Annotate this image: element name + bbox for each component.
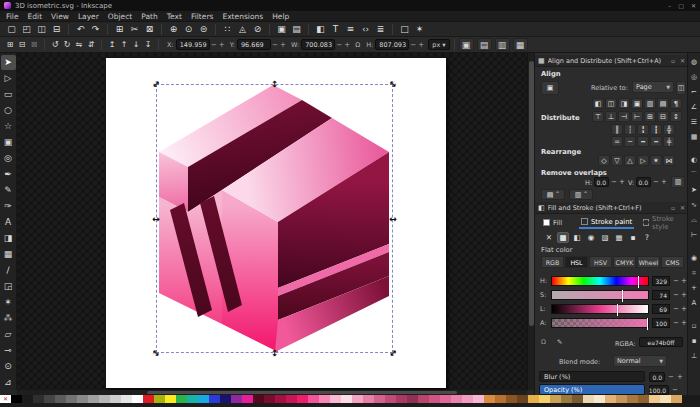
palette-swatch[interactable] [396,395,407,403]
slider-bar-s[interactable] [551,290,649,300]
h-plus-button[interactable]: + [417,41,425,49]
distribute-horizontal-button-2[interactable]: ┆ [624,124,636,135]
menu-extensions[interactable]: Extensions [222,12,263,21]
fill-stroke-dialog-icon[interactable]: ◧ [313,23,328,36]
palette-swatch[interactable] [286,395,297,403]
node-tool[interactable]: ▷ [1,71,16,86]
text-dialog-icon[interactable]: T [328,23,343,36]
palette-swatch[interactable] [165,395,176,403]
slider-handle-s[interactable] [622,290,623,302]
snap-option-icon-11[interactable]: ⌓ [689,214,700,225]
menu-edit[interactable]: Edit [28,12,43,21]
pencil-tool[interactable]: ✎ [1,183,16,198]
align-horizontal-button-2[interactable]: ◫ [605,98,617,109]
align-vertical-button-5[interactable]: ⊞ [644,111,656,122]
palette-swatch[interactable] [528,395,539,403]
palette-swatch[interactable] [440,395,451,403]
gradient-tool[interactable]: ◨ [1,230,16,245]
colorspace-tab-wheel[interactable]: Wheel [637,256,660,268]
snap-option-icon-6[interactable]: ▦ [689,131,700,142]
slider-minus-button[interactable]: − [672,304,680,314]
unlink-clone-icon[interactable]: ⊘ [250,23,265,36]
palette-swatch[interactable] [44,395,55,403]
minimize-button[interactable]: – [668,2,671,9]
palette-swatch[interactable] [33,395,44,403]
menu-filters[interactable]: Filters [191,12,213,21]
move-as-group-button[interactable]: ◫ [676,81,686,95]
palette-swatch[interactable] [110,395,121,403]
pattern-button[interactable]: ▨ [599,232,611,243]
scale-stroke-toggle[interactable]: ▣ [459,38,474,51]
tab-stroke-paint[interactable]: Stroke paint [579,216,634,229]
palette-swatch[interactable] [264,395,275,403]
palette-swatch[interactable] [209,395,220,403]
opacity-slider[interactable]: Opacity (%) [539,384,645,395]
zoom-selection-icon[interactable]: ⊙ [181,23,196,36]
colorspace-tab-hsl[interactable]: HSL [565,256,588,268]
relative-to-dropdown[interactable]: Page▼ [632,81,674,93]
palette-swatch[interactable] [429,395,440,403]
menu-view[interactable]: View [51,12,69,21]
fill-stroke-close-icon[interactable]: ✕ [680,204,685,211]
slider-minus-button[interactable]: − [672,318,680,328]
menu-help[interactable]: Help [272,12,289,21]
h-minus-button[interactable]: − [409,41,417,49]
palette-swatch[interactable] [220,395,231,403]
opacity-field[interactable]: 100.0 [649,385,669,395]
slider-value-a[interactable]: 100 [652,318,670,328]
distribute-vertical-button-2[interactable]: ┄ [624,136,636,147]
opacity-minus-button[interactable]: − [671,385,679,395]
palette-swatch[interactable] [418,395,429,403]
tab-stroke-style[interactable]: Stroke style [641,216,687,229]
palette-swatch[interactable] [451,395,462,403]
slider-bar-h[interactable] [551,276,649,286]
xml-editor-icon[interactable]: ‹› [358,23,373,36]
align-horizontal-button-7[interactable]: ¶ [670,98,682,109]
rearrange-button-5[interactable]: ✶ [650,155,662,166]
ellipse-tool[interactable]: ○ [1,103,16,118]
palette-swatch[interactable] [55,395,66,403]
zoom-page-icon[interactable]: ⊜ [196,23,211,36]
palette-swatch[interactable] [660,395,671,403]
pen-tool[interactable]: ✒ [1,167,16,182]
overlap-v-minus-button[interactable]: − [652,177,660,187]
handle-left-mid[interactable]: ↔ [151,215,161,223]
print-icon[interactable]: ⊟ [49,23,64,36]
align-mode-button-1[interactable]: ▤ ˄ [541,189,565,200]
handle-right-mid[interactable]: ↔ [388,215,398,223]
palette-swatch[interactable] [143,395,154,403]
snap-option-icon-10[interactable]: ∿ [689,199,700,210]
snap-option-icon-2[interactable]: ◎ [689,71,700,82]
eraser-tool[interactable]: ▱ [1,326,16,341]
redo-icon[interactable]: ↷ [88,23,103,36]
blur-minus-button[interactable]: − [667,372,675,382]
palette-swatch[interactable] [99,395,110,403]
snap-option-icon-4[interactable]: ∠ [689,101,700,112]
snap-option-icon-15[interactable]: + [689,282,700,293]
palette-swatch[interactable] [550,395,561,403]
rectangle-tool[interactable]: ▭ [1,87,16,102]
blur-field[interactable]: 0.0 [649,372,665,382]
palette-swatch[interactable] [11,395,22,403]
slider-minus-button[interactable]: − [672,276,680,286]
star-tool[interactable]: ☆ [1,119,16,134]
snap-option-icon-16[interactable]: A [689,297,700,308]
ungroup-icon[interactable]: ▤ [289,23,304,36]
palette-swatch[interactable] [297,395,308,403]
palette-swatch[interactable] [22,395,33,403]
overlap-h-plus-button[interactable]: + [618,177,626,187]
w-plus-button[interactable]: + [343,41,351,49]
rgba-field[interactable]: ea74b0ff [639,337,683,347]
handle-top-mid[interactable]: ↔ [271,79,279,89]
rearrange-button-3[interactable]: △ [624,155,636,166]
save-icon[interactable]: ◫ [34,23,49,36]
distribute-vertical-button-5[interactable]: ╪ [663,136,675,147]
lock-icon[interactable]: Ω [541,338,546,346]
move-gradients-toggle[interactable]: ▥ [495,38,510,51]
select-all-icon[interactable]: ⊞ [4,39,16,50]
paint-bucket-tool[interactable]: ◲ [1,278,16,293]
rearrange-button-6[interactable]: ⋈ [663,155,675,166]
palette-swatch[interactable] [517,395,528,403]
colorspace-tab-rgb[interactable]: RGB [541,256,564,268]
align-horizontal-button-4[interactable]: ▣ [631,98,643,109]
